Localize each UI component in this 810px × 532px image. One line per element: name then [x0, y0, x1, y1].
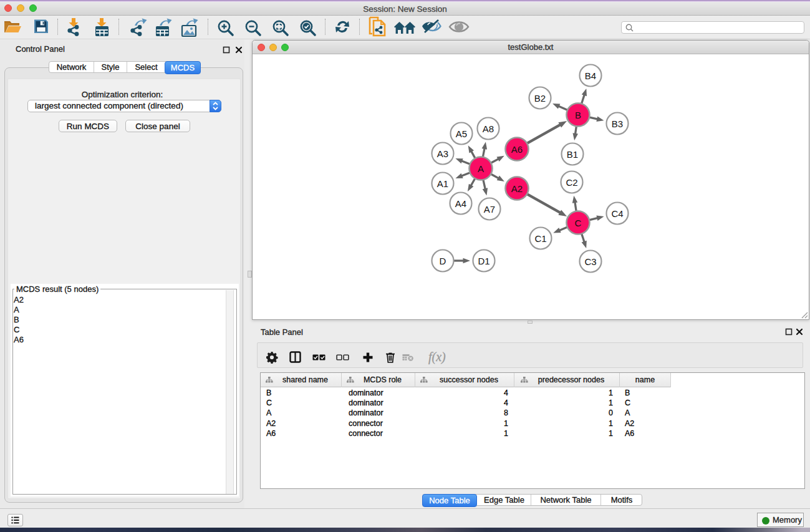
svg-text:C2: C2: [566, 177, 577, 188]
svg-text:B2: B2: [534, 93, 546, 104]
svg-text:B1: B1: [567, 149, 578, 160]
svg-text:A6: A6: [511, 144, 523, 155]
svg-text:A: A: [478, 163, 484, 174]
svg-text:C: C: [575, 218, 582, 228]
svg-text:A7: A7: [484, 204, 495, 215]
svg-text:A3: A3: [437, 148, 448, 159]
svg-text:C3: C3: [584, 256, 596, 267]
svg-text:A1: A1: [437, 178, 448, 189]
svg-text:A2: A2: [511, 183, 523, 194]
svg-text:D: D: [440, 256, 446, 266]
svg-text:B: B: [575, 110, 581, 120]
svg-text:C1: C1: [534, 233, 546, 244]
svg-text:A4: A4: [455, 198, 466, 209]
svg-text:D1: D1: [478, 256, 489, 266]
svg-text:B4: B4: [585, 70, 596, 81]
svg-text:C4: C4: [611, 208, 623, 219]
svg-text:A8: A8: [483, 123, 494, 134]
svg-text:A5: A5: [456, 128, 467, 139]
svg-text:B3: B3: [612, 118, 623, 129]
